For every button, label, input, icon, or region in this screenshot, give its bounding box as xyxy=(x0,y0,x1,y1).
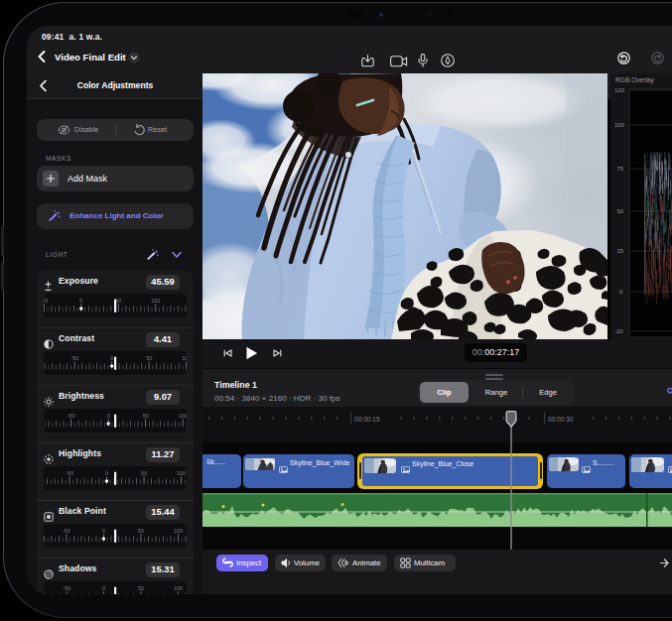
svg-text:100: 100 xyxy=(614,122,625,128)
svg-text:-20: -20 xyxy=(614,328,623,334)
svg-text:50: 50 xyxy=(141,470,147,476)
svg-text:100: 100 xyxy=(151,298,160,304)
svg-text:00:00:30: 00:00:30 xyxy=(548,416,574,423)
svg-text:50: 50 xyxy=(617,208,624,214)
svg-text:-50: -50 xyxy=(67,413,75,419)
svg-text:100: 100 xyxy=(174,528,183,534)
svg-text:100: 100 xyxy=(177,470,186,476)
svg-text:0: 0 xyxy=(79,298,82,304)
svg-text:100: 100 xyxy=(174,585,183,591)
svg-text:50: 50 xyxy=(115,298,121,304)
svg-text:0: 0 xyxy=(102,528,105,534)
svg-text:-50: -50 xyxy=(70,355,78,361)
svg-text:100: 100 xyxy=(182,355,187,361)
svg-text:50: 50 xyxy=(143,413,149,419)
svg-text:25: 25 xyxy=(617,248,624,254)
svg-text:-50: -50 xyxy=(63,528,70,534)
svg-text:0: 0 xyxy=(107,413,110,419)
svg-text:-50: -50 xyxy=(44,298,48,304)
svg-text:0: 0 xyxy=(619,289,623,295)
svg-text:50: 50 xyxy=(138,585,144,591)
svg-text:-50: -50 xyxy=(66,470,73,476)
svg-text:-50: -50 xyxy=(63,585,70,591)
svg-text:50: 50 xyxy=(138,528,144,534)
svg-text:0: 0 xyxy=(110,355,113,361)
svg-text:50: 50 xyxy=(146,355,152,361)
svg-text:0: 0 xyxy=(105,470,108,476)
svg-text:100: 100 xyxy=(179,413,187,419)
svg-text:120: 120 xyxy=(614,87,625,93)
svg-text:00:00:15: 00:00:15 xyxy=(354,416,380,423)
svg-text:0: 0 xyxy=(102,585,105,591)
svg-text:75: 75 xyxy=(617,166,624,172)
